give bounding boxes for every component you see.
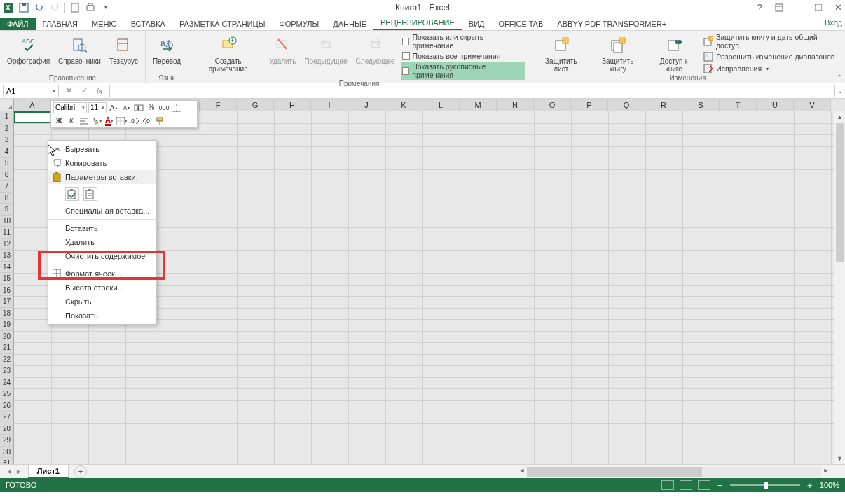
- font-picker[interactable]: Calibri▾: [53, 102, 87, 113]
- protect-workbook-button[interactable]: Защитить книгу: [590, 32, 645, 74]
- sheet-tab-1[interactable]: Лист1: [28, 465, 69, 478]
- row-header[interactable]: 13: [0, 250, 14, 262]
- vertical-scrollbar[interactable]: ▲ ▼: [834, 111, 845, 464]
- view-page-break-icon[interactable]: [698, 480, 710, 490]
- view-page-layout-icon[interactable]: [680, 480, 692, 490]
- translate-button[interactable]: aあ Перевод: [150, 32, 184, 66]
- scroll-left-icon[interactable]: ◄: [517, 467, 527, 477]
- column-header[interactable]: P: [571, 99, 608, 111]
- row-header[interactable]: 31: [0, 458, 14, 464]
- view-normal-icon[interactable]: [661, 480, 674, 490]
- undo-icon[interactable]: [34, 2, 45, 13]
- row-header[interactable]: 11: [0, 227, 14, 239]
- tab-file[interactable]: ФАЙЛ: [0, 18, 36, 30]
- row-header[interactable]: 1: [0, 111, 14, 123]
- close-icon[interactable]: ✕: [832, 2, 844, 13]
- new-doc-icon[interactable]: [69, 2, 81, 13]
- scroll-right-icon[interactable]: ►: [821, 467, 831, 477]
- minimize-icon[interactable]: —: [793, 2, 804, 13]
- zoom-level[interactable]: 100%: [820, 481, 839, 489]
- column-header[interactable]: N: [497, 99, 534, 111]
- column-header[interactable]: H: [274, 99, 311, 111]
- percent-icon[interactable]: %: [146, 102, 157, 113]
- zoom-slider-thumb[interactable]: [764, 482, 768, 489]
- tab-insert[interactable]: ВСТАВКА: [124, 18, 172, 30]
- row-header[interactable]: 5: [0, 158, 14, 169]
- decrease-font-icon[interactable]: A▾: [121, 102, 132, 113]
- row-header[interactable]: 19: [0, 319, 14, 331]
- new-comment-button[interactable]: + Создать примечание: [193, 32, 263, 74]
- increase-decimal-icon[interactable]: .0: [129, 115, 140, 127]
- context-paste-special[interactable]: Специальная вставка...: [48, 204, 156, 218]
- row-header[interactable]: 12: [0, 239, 14, 251]
- maximize-icon[interactable]: [813, 2, 824, 13]
- sign-in-link[interactable]: Вход: [825, 18, 842, 27]
- protect-share-button[interactable]: Защитить книгу и дать общий доступ: [702, 32, 841, 50]
- column-header[interactable]: V: [794, 99, 831, 111]
- save-icon[interactable]: [18, 2, 29, 13]
- row-header[interactable]: 9: [0, 204, 14, 216]
- context-hide[interactable]: Скрыть: [48, 295, 156, 309]
- row-header[interactable]: 27: [0, 412, 14, 424]
- scroll-down-icon[interactable]: ▼: [834, 453, 845, 464]
- row-header[interactable]: 28: [0, 424, 14, 435]
- accounting-format-icon[interactable]: $: [133, 102, 144, 113]
- merge-icon[interactable]: [171, 102, 182, 113]
- row-header[interactable]: 29: [0, 435, 14, 447]
- align-icon[interactable]: [78, 115, 90, 127]
- research-button[interactable]: Справочники: [55, 32, 104, 66]
- column-header[interactable]: A: [14, 99, 51, 111]
- tab-review[interactable]: РЕЦЕНЗИРОВАНИЕ: [373, 16, 462, 30]
- column-header[interactable]: K: [385, 99, 422, 111]
- active-cell[interactable]: [14, 111, 51, 123]
- context-show[interactable]: Показать: [48, 309, 156, 323]
- decrease-decimal-icon[interactable]: .0: [142, 115, 153, 127]
- zoom-slider[interactable]: [730, 484, 800, 486]
- paste-option-1[interactable]: [65, 187, 79, 201]
- show-hide-comment-checkbox[interactable]: Показать или скрыть примечание: [401, 32, 525, 50]
- context-row-height[interactable]: Высота строки...: [48, 281, 156, 295]
- sheet-nav-prev-icon[interactable]: ◄: [6, 468, 13, 475]
- font-size-picker[interactable]: 11▾: [88, 102, 107, 113]
- row-header[interactable]: 14: [0, 262, 14, 274]
- tab-formulas[interactable]: ФОРМУЛЫ: [272, 18, 326, 30]
- fx-icon[interactable]: fx: [92, 85, 107, 97]
- row-header[interactable]: 25: [0, 388, 14, 400]
- context-copy[interactable]: Копировать: [48, 156, 156, 170]
- row-header[interactable]: 24: [0, 377, 14, 389]
- row-header[interactable]: 10: [0, 216, 14, 227]
- row-header[interactable]: 18: [0, 308, 14, 320]
- column-header[interactable]: G: [237, 99, 274, 111]
- font-color-icon[interactable]: А▾: [104, 115, 115, 127]
- column-header[interactable]: T: [720, 99, 757, 111]
- tab-home[interactable]: ГЛАВНАЯ: [36, 18, 85, 30]
- italic-icon[interactable]: К: [66, 115, 77, 127]
- row-header[interactable]: 22: [0, 354, 14, 366]
- row-header[interactable]: 4: [0, 146, 14, 158]
- column-header[interactable]: J: [348, 99, 385, 111]
- row-header[interactable]: 8: [0, 192, 14, 204]
- allow-ranges-button[interactable]: Разрешить изменение диапазонов: [702, 51, 841, 62]
- tab-menu[interactable]: Меню: [85, 18, 124, 30]
- thesaurus-button[interactable]: Тезаурус: [107, 32, 141, 66]
- select-all-button[interactable]: [0, 99, 14, 111]
- context-clear[interactable]: Очистить содержимое: [48, 249, 156, 263]
- protect-sheet-button[interactable]: Защитить лист: [535, 32, 587, 74]
- scroll-up-icon[interactable]: ▲: [834, 111, 845, 122]
- bold-icon[interactable]: Ж: [53, 115, 64, 127]
- spelling-button[interactable]: ABC Орфография: [4, 32, 53, 66]
- fill-color-icon[interactable]: ▾: [91, 115, 102, 127]
- sheet-nav-next-icon[interactable]: ►: [15, 468, 22, 475]
- row-header[interactable]: 2: [0, 123, 14, 135]
- column-header[interactable]: U: [757, 99, 794, 111]
- row-header[interactable]: 7: [0, 181, 14, 192]
- chevron-down-icon[interactable]: ▾: [53, 88, 55, 94]
- add-sheet-button[interactable]: +: [74, 465, 87, 478]
- name-box[interactable]: A1▾: [3, 85, 59, 97]
- column-header[interactable]: M: [460, 99, 497, 111]
- format-painter-icon[interactable]: [154, 115, 165, 127]
- column-header[interactable]: S: [682, 99, 720, 111]
- track-changes-button[interactable]: Исправления▾: [702, 63, 841, 74]
- hscroll-thumb[interactable]: [527, 467, 702, 477]
- paste-option-2[interactable]: [83, 187, 97, 201]
